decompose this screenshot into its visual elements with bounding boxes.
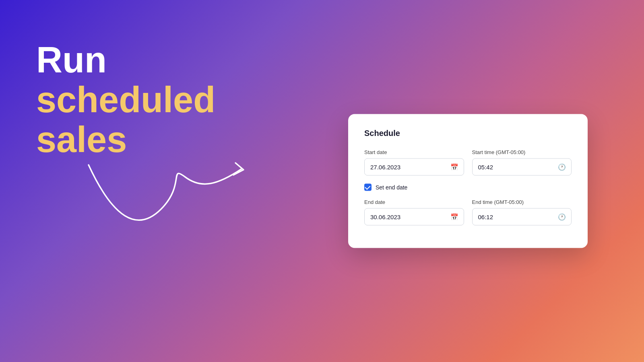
start-date-group: Start date 📅 <box>364 149 464 176</box>
end-time-wrapper: 🕐 <box>472 208 572 226</box>
background: Run scheduled sales Schedule Start date … <box>0 0 644 362</box>
end-time-label: End time (GMT-05:00) <box>472 199 572 205</box>
arrow-svg <box>72 153 274 233</box>
end-date-label: End date <box>364 199 464 205</box>
card-title: Schedule <box>364 129 572 138</box>
headline-scheduled: scheduled <box>36 80 215 120</box>
end-time-group: End time (GMT-05:00) 🕐 <box>472 199 572 226</box>
start-time-label: Start time (GMT-05:00) <box>472 149 572 155</box>
start-time-input[interactable] <box>472 158 572 176</box>
start-date-label: Start date <box>364 149 464 155</box>
set-end-date-label: Set end date <box>376 184 407 191</box>
start-time-group: Start time (GMT-05:00) 🕐 <box>472 149 572 176</box>
headline: Run scheduled sales <box>36 40 215 160</box>
start-date-wrapper: 📅 <box>364 158 464 176</box>
checkbox-row: Set end date <box>364 184 572 191</box>
end-date-wrapper: 📅 <box>364 208 464 226</box>
end-date-group: End date 📅 <box>364 199 464 226</box>
start-row: Start date 📅 Start time (GMT-05:00) 🕐 <box>364 149 572 176</box>
set-end-date-checkbox[interactable] <box>364 184 372 191</box>
start-date-input[interactable] <box>364 158 464 176</box>
arrow-decoration <box>72 153 274 233</box>
end-row: End date 📅 End time (GMT-05:00) 🕐 <box>364 199 572 226</box>
end-time-input[interactable] <box>472 208 572 226</box>
start-time-wrapper: 🕐 <box>472 158 572 176</box>
headline-run: Run <box>36 40 215 80</box>
headline-section: Run scheduled sales <box>36 40 215 160</box>
end-date-input[interactable] <box>364 208 464 226</box>
schedule-card: Schedule Start date 📅 Start time (GMT-05… <box>348 114 588 248</box>
